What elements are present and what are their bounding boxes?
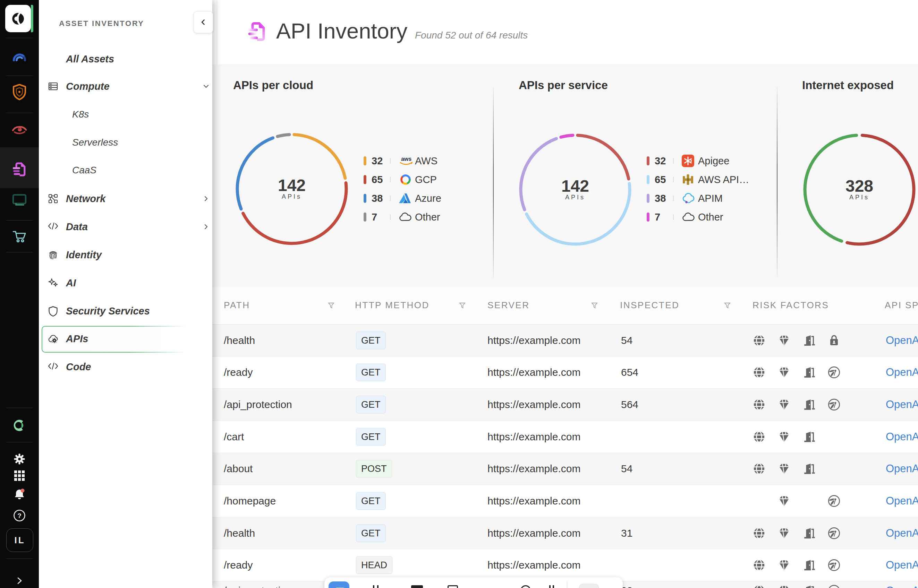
svg-text:?: ?	[17, 512, 21, 519]
svg-text:aws: aws	[401, 156, 411, 162]
